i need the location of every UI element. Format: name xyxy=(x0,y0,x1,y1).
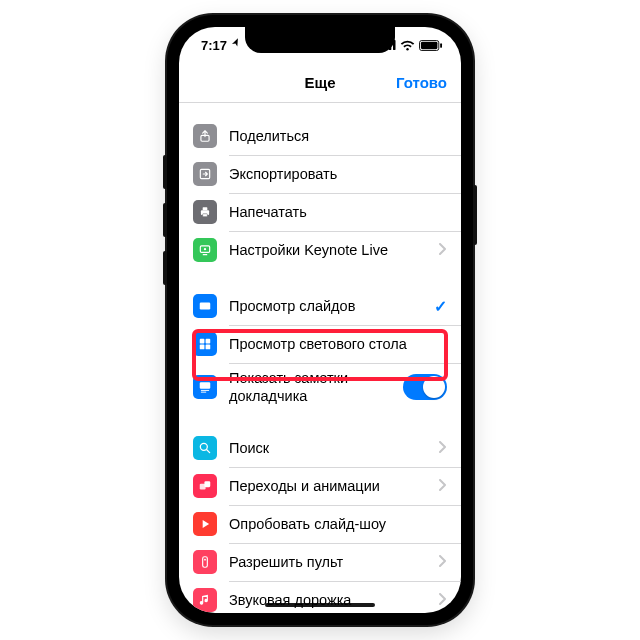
row-allow-remote[interactable]: Разрешить пульт xyxy=(179,543,461,581)
export-icon xyxy=(193,162,217,186)
checkmark-icon: ✓ xyxy=(434,297,447,316)
print-icon xyxy=(193,200,217,224)
keynote-live-icon xyxy=(193,238,217,262)
chevron-right-icon xyxy=(439,242,447,258)
svg-rect-20 xyxy=(201,390,209,391)
row-label: Настройки Keynote Live xyxy=(229,241,433,259)
svg-rect-14 xyxy=(200,303,211,310)
chevron-right-icon xyxy=(439,478,447,494)
svg-rect-15 xyxy=(200,339,205,344)
row-view-slides[interactable]: Просмотр слайдов ✓ xyxy=(179,287,461,325)
chevron-right-icon xyxy=(439,440,447,456)
svg-point-22 xyxy=(200,443,207,450)
row-label: Показать заметки докладчика xyxy=(229,369,397,405)
chevron-right-icon xyxy=(439,592,447,608)
row-label: Разрешить пульт xyxy=(229,553,433,571)
row-label: Переходы и анимации xyxy=(229,477,433,495)
svg-point-26 xyxy=(204,559,206,561)
row-presenter-notes[interactable]: Показать заметки докладчика xyxy=(179,363,461,411)
row-transitions[interactable]: Переходы и анимации xyxy=(179,467,461,505)
status-left: 7:17 xyxy=(201,38,241,53)
location-icon xyxy=(229,37,243,52)
svg-rect-24 xyxy=(204,481,210,487)
row-label: Поделиться xyxy=(229,127,447,145)
svg-rect-5 xyxy=(421,41,438,48)
row-export[interactable]: Экспортировать xyxy=(179,155,461,193)
svg-rect-17 xyxy=(200,345,205,350)
phone-frame: 7:17 Еще Готово xyxy=(167,15,473,625)
row-light-table[interactable]: Просмотр светового стола xyxy=(179,325,461,363)
row-print[interactable]: Напечатать xyxy=(179,193,461,231)
wifi-icon xyxy=(400,40,415,51)
share-icon xyxy=(193,124,217,148)
remote-icon xyxy=(193,550,217,574)
presenter-notes-icon xyxy=(193,375,217,399)
done-button[interactable]: Готово xyxy=(396,74,447,91)
home-indicator xyxy=(265,603,375,607)
row-try-slideshow[interactable]: Опробовать слайд-шоу xyxy=(179,505,461,543)
row-share[interactable]: Поделиться xyxy=(179,117,461,155)
svg-rect-6 xyxy=(440,43,442,48)
play-icon xyxy=(193,512,217,536)
page-title: Еще xyxy=(304,74,335,91)
row-label: Просмотр слайдов xyxy=(229,297,428,315)
row-keynote-live[interactable]: Настройки Keynote Live xyxy=(179,231,461,269)
row-label: Опробовать слайд-шоу xyxy=(229,515,447,533)
svg-point-13 xyxy=(204,248,206,250)
row-label: Просмотр светового стола xyxy=(229,335,447,353)
svg-rect-25 xyxy=(203,557,208,568)
svg-rect-10 xyxy=(203,207,208,210)
row-label: Экспортировать xyxy=(229,165,447,183)
audio-icon xyxy=(193,588,217,612)
row-label: Напечатать xyxy=(229,203,447,221)
svg-rect-19 xyxy=(200,382,211,388)
search-icon xyxy=(193,436,217,460)
status-time: 7:17 xyxy=(201,38,227,53)
battery-icon xyxy=(419,40,443,51)
chevron-right-icon xyxy=(439,554,447,570)
slide-view-icon xyxy=(193,294,217,318)
svg-rect-11 xyxy=(203,214,208,217)
row-search[interactable]: Поиск xyxy=(179,429,461,467)
svg-rect-21 xyxy=(201,392,206,393)
svg-rect-16 xyxy=(206,339,211,344)
menu-list: Поделиться Экспортировать Напечатать xyxy=(179,103,461,613)
row-audio-track[interactable]: Звуковая дорожка xyxy=(179,581,461,613)
svg-rect-18 xyxy=(206,345,211,350)
presenter-notes-toggle[interactable] xyxy=(403,374,447,400)
row-label: Поиск xyxy=(229,439,433,457)
light-table-icon xyxy=(193,332,217,356)
notch xyxy=(245,27,395,53)
phone-screen: 7:17 Еще Готово xyxy=(179,27,461,613)
transitions-icon xyxy=(193,474,217,498)
nav-bar: Еще Готово xyxy=(179,63,461,103)
